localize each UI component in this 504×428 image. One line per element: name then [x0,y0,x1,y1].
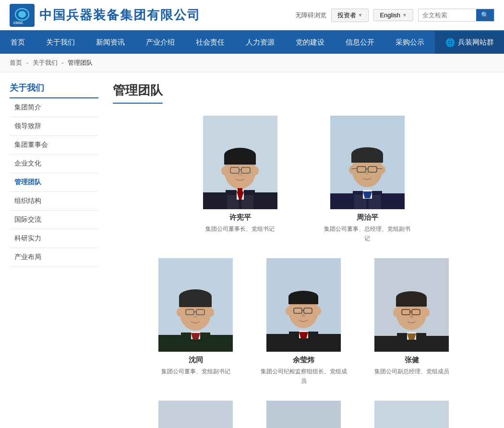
svg-rect-46 [179,297,212,307]
breadcrumb-about[interactable]: 关于我们 [33,59,58,66]
member-title-2: 集团公司董事、总经理、党组副书记 [323,224,412,244]
sidebar-item-structure[interactable]: 组织结构 [10,192,98,211]
team-member-1[interactable]: 许宪平 集团公司董事长、党组书记 [196,116,285,244]
sidebar-title: 关于我们 [10,82,98,98]
team-member-2[interactable]: 周治平 集团公司董事、总经理、党组副书记 [323,116,412,244]
content-area: 管理团队 [113,82,494,428]
nav-item-hr[interactable]: 人力资源 [235,31,285,54]
sidebar-item-speech[interactable]: 领导致辞 [10,117,98,136]
team-member-8[interactable]: 王俊 集团公司副总经理、党组成员 [367,401,456,428]
svg-point-15 [253,166,259,175]
member-name-4: 余莹炜 [293,356,314,365]
search-input[interactable] [419,10,476,21]
svg-point-66 [301,314,305,317]
svg-point-47 [177,308,182,317]
svg-rect-111 [374,401,449,428]
header-controls: 无障碍浏览 投资者 ▼ English ▼ 🔍 [295,9,494,22]
breadcrumb-sep2: - [61,59,63,66]
svg-point-62 [315,307,321,315]
member-title-4: 集团公司纪检监察组组长、党组成员 [259,367,348,386]
svg-rect-60 [288,297,318,304]
svg-rect-13 [224,155,256,165]
member-name-2: 周治平 [357,213,378,222]
search-icon: 🔍 [481,12,489,19]
svg-point-2 [18,11,26,18]
nav-item-industry[interactable]: 产业介绍 [135,31,185,54]
svg-rect-30 [351,154,383,163]
member-photo-7 [266,401,341,428]
team-member-7[interactable]: 曹元 集团公司总会计师、党组成员 [259,401,348,428]
main-layout: 关于我们 集团简介 领导致辞 集团董事会 企业文化 管理团队 组织结构 国际交流… [0,72,504,428]
svg-point-19 [238,173,242,176]
svg-rect-81 [158,401,233,428]
sidebar-item-research[interactable]: 科研实力 [10,229,98,248]
nav-item-news[interactable]: 新闻资讯 [85,31,135,54]
logo-area: CSGC 中国兵器装备集团有限公司 [10,4,295,27]
svg-point-38 [365,172,369,175]
team-row-1: 许宪平 集团公司董事长、党组书记 [113,116,494,244]
main-nav: 首页 关于我们 新闻资讯 产业介绍 社会责任 人力资源 党的建设 信息公开 采购… [0,31,504,54]
member-photo-2 [330,116,405,209]
svg-rect-20 [238,188,242,192]
no-barrier-link[interactable]: 无障碍浏览 [295,11,326,20]
search-button[interactable]: 🔍 [476,9,494,21]
breadcrumb: 首页 - 关于我们 - 管理团队 [0,54,504,72]
logo-icon: CSGC [10,4,35,27]
sidebar: 关于我们 集团简介 领导致辞 集团董事会 企业文化 管理团队 组织结构 国际交流… [10,82,98,428]
member-title-1: 集团公司董事长、党组书记 [205,224,275,234]
page-title: 管理团队 [113,82,163,104]
member-name-3: 沈同 [189,356,203,365]
nav-item-responsibility[interactable]: 社会责任 [185,31,235,54]
breadcrumb-home[interactable]: 首页 [10,59,22,66]
member-name-5: 张健 [405,356,419,365]
search-box: 🔍 [418,9,494,22]
member-title-5: 集团公司副总经理、党组成员 [374,367,449,376]
nav-item-network[interactable]: 🌐 兵装网站群 [435,31,504,54]
member-photo-1 [203,116,277,209]
member-photo-3 [158,258,233,352]
svg-point-14 [221,166,227,175]
sidebar-item-team[interactable]: 管理团队 [10,173,98,192]
team-member-5[interactable]: 张健 集团公司副总经理、党组成员 [367,258,456,386]
svg-point-61 [286,307,291,315]
header: CSGC 中国兵器装备集团有限公司 无障碍浏览 投资者 ▼ English ▼ … [0,0,504,31]
team-member-6[interactable]: 叶文华 集团公司副总经理、党组成员 [151,401,240,428]
logo-text: 中国兵器装备集团有限公司 [39,7,201,24]
investor-button[interactable]: 投资者 ▼ [331,9,369,22]
member-photo-4 [266,258,341,352]
member-photo-6 [158,401,233,428]
nav-item-about[interactable]: 关于我们 [36,31,85,54]
sidebar-item-exchange[interactable]: 国际交流 [10,211,98,229]
svg-point-32 [380,166,385,174]
team-member-4[interactable]: 余莹炜 集团公司纪检监察组组长、党组成员 [259,258,348,386]
nav-item-home[interactable]: 首页 [0,31,36,54]
team-row-2: 沈同 集团公司董事、党组副书记 [113,258,494,386]
svg-point-52 [193,315,197,318]
svg-rect-74 [396,297,427,307]
sidebar-item-culture[interactable]: 企业文化 [10,155,98,173]
svg-text:CSGC: CSGC [13,21,23,24]
member-name-1: 许宪平 [229,213,251,222]
svg-point-80 [409,315,413,318]
nav-item-party[interactable]: 党的建设 [285,31,335,54]
team-member-3[interactable]: 沈同 集团公司董事、党组副书记 [151,258,240,386]
nav-item-info[interactable]: 信息公开 [335,31,385,54]
breadcrumb-current: 管理团队 [68,59,93,66]
sidebar-item-board[interactable]: 集团董事会 [10,136,98,155]
member-photo-8 [374,401,449,428]
svg-point-31 [349,166,355,174]
nav-item-procurement[interactable]: 采购公示 [385,31,435,54]
sidebar-item-intro[interactable]: 集团简介 [10,98,98,117]
member-title-3: 集团公司董事、党组副书记 [161,367,230,376]
svg-rect-97 [266,401,341,428]
breadcrumb-sep1: - [26,59,28,66]
team-section: 许宪平 集团公司董事长、党组书记 [113,116,494,428]
sidebar-item-layout[interactable]: 产业布局 [10,248,98,267]
member-photo-5 [374,258,449,352]
svg-point-76 [424,308,430,317]
globe-icon: 🌐 [445,38,455,47]
team-row-3: 叶文华 集团公司副总经理、党组成员 [113,401,494,428]
svg-point-75 [393,308,399,317]
language-button[interactable]: English ▼ [373,9,413,21]
svg-point-48 [208,308,214,317]
